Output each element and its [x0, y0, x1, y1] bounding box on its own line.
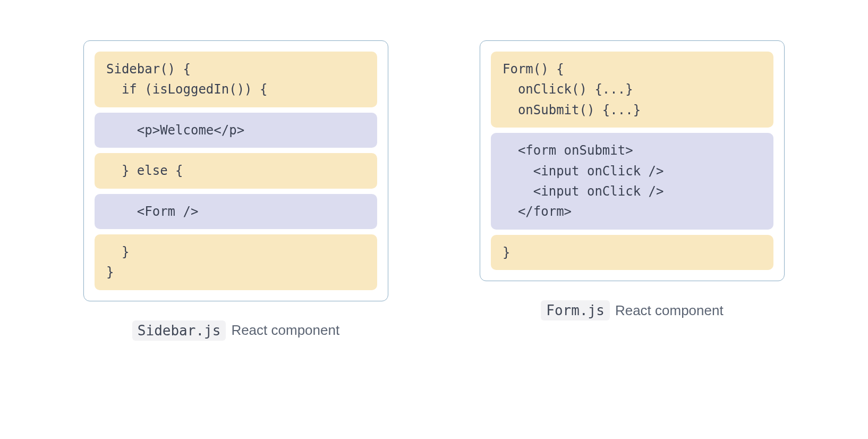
code-block: } else {	[95, 153, 377, 188]
filename-badge: Sidebar.js	[132, 320, 226, 341]
caption-suffix: React component	[615, 302, 724, 319]
code-block: <p>Welcome</p>	[95, 113, 377, 148]
sidebar-caption: Sidebar.js React component	[132, 320, 339, 341]
code-block: }	[491, 235, 773, 270]
code-block: <form onSubmit> <input onClick /> <input…	[491, 133, 773, 230]
code-block: } }	[95, 234, 377, 290]
form-component-wrapper: Form() { onClick() {...} onSubmit() {...…	[480, 40, 785, 320]
code-block: Form() { onClick() {...} onSubmit() {...…	[491, 52, 773, 128]
code-block: Sidebar() { if (isLoggedIn()) {	[95, 52, 377, 107]
sidebar-component-wrapper: Sidebar() { if (isLoggedIn()) { <p>Welco…	[83, 40, 388, 341]
code-block: <Form />	[95, 194, 377, 229]
filename-badge: Form.js	[541, 300, 610, 320]
form-component-panel: Form() { onClick() {...} onSubmit() {...…	[480, 40, 785, 281]
caption-suffix: React component	[231, 322, 339, 339]
sidebar-component-panel: Sidebar() { if (isLoggedIn()) { <p>Welco…	[83, 40, 388, 301]
form-caption: Form.js React component	[541, 300, 723, 320]
